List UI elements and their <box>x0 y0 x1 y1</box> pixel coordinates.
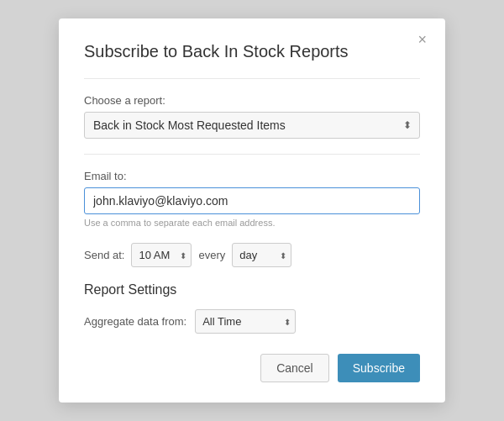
subscribe-button[interactable]: Subscribe <box>338 354 420 382</box>
modal-title: Subscribe to Back In Stock Reports <box>84 42 420 61</box>
email-label: Email to: <box>84 170 420 182</box>
close-button[interactable]: × <box>412 30 432 49</box>
email-hint: Use a comma to separate each email addre… <box>84 218 420 228</box>
report-select-wrapper: Back in Stock Most Requested Items Back … <box>84 112 420 139</box>
time-select[interactable]: 6 AM 7 AM 8 AM 9 AM 10 AM 11 AM 12 PM <box>131 243 192 267</box>
aggregate-select[interactable]: All Time Last 7 Days Last 30 Days Last 9… <box>195 309 296 334</box>
report-settings-title: Report Settings <box>84 282 420 297</box>
divider-middle <box>84 154 420 155</box>
report-select[interactable]: Back in Stock Most Requested Items Back … <box>84 112 420 139</box>
send-at-label: Send at: <box>84 249 124 261</box>
cancel-button[interactable]: Cancel <box>260 354 329 382</box>
report-label: Choose a report: <box>84 94 420 107</box>
report-field-group: Choose a report: Back in Stock Most Requ… <box>84 94 420 139</box>
modal-footer: Cancel Subscribe <box>84 354 420 382</box>
every-text: every <box>198 249 225 261</box>
email-input[interactable] <box>84 187 420 214</box>
aggregate-row: Aggregate data from: All Time Last 7 Day… <box>84 309 420 334</box>
send-at-row: Send at: 6 AM 7 AM 8 AM 9 AM 10 AM 11 AM… <box>84 243 420 267</box>
aggregate-select-wrapper: All Time Last 7 Days Last 30 Days Last 9… <box>195 309 296 334</box>
divider-top <box>84 78 420 79</box>
frequency-select-wrapper: day week month ⬍ <box>232 243 291 267</box>
aggregate-label: Aggregate data from: <box>84 315 186 328</box>
modal-overlay: × Subscribe to Back In Stock Reports Cho… <box>0 0 504 421</box>
modal-dialog: × Subscribe to Back In Stock Reports Cho… <box>59 18 445 403</box>
time-select-wrapper: 6 AM 7 AM 8 AM 9 AM 10 AM 11 AM 12 PM ⬍ <box>131 243 192 267</box>
frequency-select[interactable]: day week month <box>232 243 291 267</box>
email-field-group: Email to: Use a comma to separate each e… <box>84 170 420 228</box>
